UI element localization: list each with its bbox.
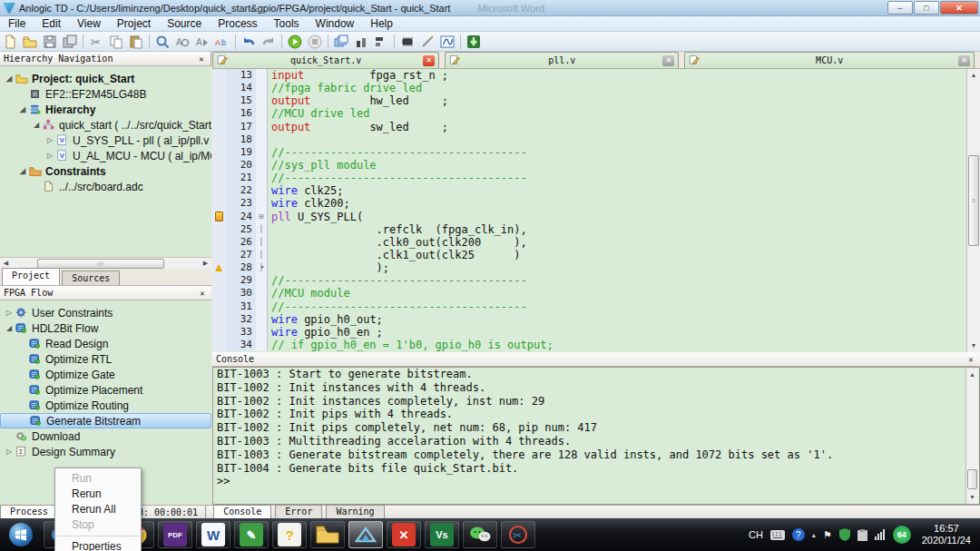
flow-item-user-constraints[interactable]: ▷User Constraints (0, 305, 211, 320)
console-close-icon[interactable]: ✕ (965, 355, 976, 364)
language-indicator[interactable]: CH (749, 529, 763, 540)
console-vscroll-thumb[interactable] (967, 469, 977, 489)
code-line-21[interactable]: 21//------------------------------------… (212, 172, 966, 184)
clipboard-tray-icon[interactable] (858, 529, 867, 541)
hscroll-thumb[interactable]: ||| (37, 259, 164, 269)
menu-edit[interactable]: Edit (34, 16, 69, 32)
chip-icon[interactable] (397, 33, 417, 51)
code-line-13[interactable]: 13input fpga_rst_n ; (212, 69, 966, 82)
flow-item-optimize-placement[interactable]: Optimize Placement (0, 382, 211, 398)
minimize-button[interactable]: – (887, 1, 913, 15)
scroll-right-icon[interactable]: ▶ (200, 260, 211, 267)
open-folder-icon[interactable] (20, 33, 40, 51)
hierarchy-item-u-sys-pll-pll-al-ip-pll-v[interactable]: ▷VU_SYS_PLL - pll ( al_ip/pll.v ) (0, 133, 211, 148)
editor-vscrollbar[interactable]: ▲ ≡ ▼ (966, 69, 980, 352)
flow-item-design-summary[interactable]: ▷ΣDesign Summary (0, 444, 211, 459)
chart2-icon[interactable] (371, 33, 391, 51)
flow-item-optimize-routing[interactable]: Optimize Routing (0, 398, 211, 413)
stop-icon[interactable] (305, 33, 325, 51)
redo-icon[interactable] (259, 33, 279, 51)
code-line-25[interactable]: 25│ .refclk (fpga_clk_in), (212, 223, 966, 236)
save-icon[interactable] (40, 33, 60, 51)
show-hidden-icons[interactable]: ▴ (812, 531, 816, 539)
context-menu-rerun-all[interactable]: Rerun All (55, 502, 141, 517)
zoom-icon[interactable] (152, 33, 172, 51)
new-file-icon[interactable] (0, 33, 20, 51)
flow-item-read-design[interactable]: Read Design (0, 336, 211, 351)
scroll-down-icon[interactable]: ▼ (967, 339, 980, 352)
flow-item-optimize-rtl[interactable]: Optimize RTL (0, 351, 211, 367)
taskbar-file-explorer[interactable] (310, 521, 345, 548)
collapse-icon[interactable]: ◢ (4, 74, 15, 83)
console-scroll-up-icon[interactable]: ▲ (966, 369, 978, 381)
clock[interactable]: 16:572020/11/24 (922, 523, 971, 546)
code-line-22[interactable]: 22wire clk25; (212, 184, 966, 197)
code-line-23[interactable]: 23wire clk200; (212, 197, 966, 210)
code-line-18[interactable]: 18 (212, 133, 966, 146)
hierarchy-item-u-al-mcu-mcu-al-ip-mcu-v[interactable]: ▷VU_AL_MCU - MCU ( al_ip/MCU.v (0, 148, 211, 163)
code-line-28[interactable]: 28┝ ); (212, 261, 966, 274)
chart-icon[interactable] (351, 33, 371, 51)
hierarchy-item-project-quick-start[interactable]: ◢Project: quick_Start (0, 71, 211, 86)
code-line-32[interactable]: 32wire gpio_h0_out; (212, 313, 966, 326)
code-line-34[interactable]: 34// if gpio_h0_en = 1'b0, gpio_h0 is ou… (212, 339, 966, 351)
vscroll-thumb[interactable]: ≡ (968, 155, 979, 246)
paste-icon[interactable] (126, 33, 146, 51)
doc-tab-mcu-v[interactable]: MCU.v✕ (684, 52, 975, 68)
doc-tab-quick-start-v[interactable]: quick_Start.v✕ (212, 52, 439, 68)
menu-source[interactable]: Source (159, 16, 210, 32)
undo-icon[interactable] (239, 33, 259, 51)
menu-help[interactable]: Help (362, 16, 401, 32)
code-area[interactable]: 13input fpga_rst_n ;14//fpga fabric driv… (212, 69, 966, 352)
taskbar-vs-green[interactable]: Vs (425, 521, 459, 548)
taskbar-wechat[interactable] (463, 521, 497, 548)
code-line-24[interactable]: 24⊟pll U_SYS_PLL( (212, 211, 966, 223)
menu-tools[interactable]: Tools (266, 16, 308, 32)
find-word-icon[interactable]: Ab (212, 33, 232, 51)
tab-close-icon[interactable]: ✕ (662, 55, 674, 66)
expand-icon[interactable]: ▷ (4, 309, 15, 317)
taskbar-start-button[interactable] (2, 521, 40, 548)
collapse-icon[interactable]: ◢ (17, 105, 28, 113)
save-all-icon[interactable] (60, 33, 80, 51)
code-line-31[interactable]: 31//------------------------------------… (212, 300, 966, 313)
download-icon[interactable] (464, 33, 484, 51)
code-line-20[interactable]: 20//sys_pll module (212, 159, 966, 172)
network-signal-icon[interactable] (875, 529, 886, 540)
run-icon[interactable] (285, 33, 305, 51)
close-button[interactable]: ✕ (940, 1, 978, 15)
console-tab-error[interactable]: Error (275, 505, 322, 519)
tab-close-icon[interactable]: ✕ (423, 55, 435, 66)
taskbar-foxit-pdf[interactable]: PDF (158, 521, 192, 548)
maximize-button[interactable]: □ (914, 1, 939, 15)
collapse-icon[interactable]: ◢ (4, 324, 15, 332)
collapse-icon[interactable]: ◢ (31, 121, 42, 129)
taskbar-snip-tool[interactable]: ✂ (501, 521, 535, 548)
expand-icon[interactable]: ▷ (44, 136, 55, 144)
code-line-27[interactable]: 27│ .clk1_out(clk25 ) (212, 249, 966, 261)
taskbar-anlogic-td[interactable] (348, 521, 383, 548)
console-vscrollbar[interactable]: ▲ ▼ (965, 369, 978, 504)
code-line-30[interactable]: 30//MCU module (212, 287, 966, 300)
console-output[interactable]: BIT-1003 : Start to generate bitstream.B… (212, 367, 980, 505)
console-tab-console[interactable]: Console (213, 505, 271, 519)
menu-window[interactable]: Window (308, 16, 363, 32)
console-scroll-down-icon[interactable]: ▼ (966, 491, 978, 504)
hierarchy-item-quick-start-src-quick-start-v[interactable]: ◢quick_start ( ../../src/quick_Start.v ) (0, 117, 211, 133)
context-menu-rerun[interactable]: Rerun (55, 487, 141, 502)
expand-icon[interactable]: ▷ (4, 448, 15, 456)
wave-icon[interactable] (437, 33, 457, 51)
taskbar-help-doc[interactable]: ? (272, 521, 307, 548)
flow-item-generate-bitstream[interactable]: Generate Bitstream (0, 413, 211, 428)
scroll-left-icon[interactable]: ◀ (0, 260, 12, 267)
menu-process[interactable]: Process (210, 16, 265, 32)
taskbar-ms-word[interactable]: W (196, 521, 230, 548)
left-tab-sources[interactable]: Sources (62, 271, 120, 285)
hierarchy-item-ef2-ef2m45lg48b[interactable]: EF2::EF2M45LG48B (0, 86, 211, 102)
flow-item-hdl2bit-flow[interactable]: ◢HDL2Bit Flow (0, 320, 211, 336)
process-tab[interactable]: Process (0, 505, 58, 519)
collapse-icon[interactable]: ◢ (17, 167, 28, 175)
copy-icon[interactable] (106, 33, 126, 51)
code-line-33[interactable]: 33wire gpio_h0_en ; (212, 326, 966, 339)
fold-collapse-icon[interactable]: ⊟ (256, 211, 268, 223)
